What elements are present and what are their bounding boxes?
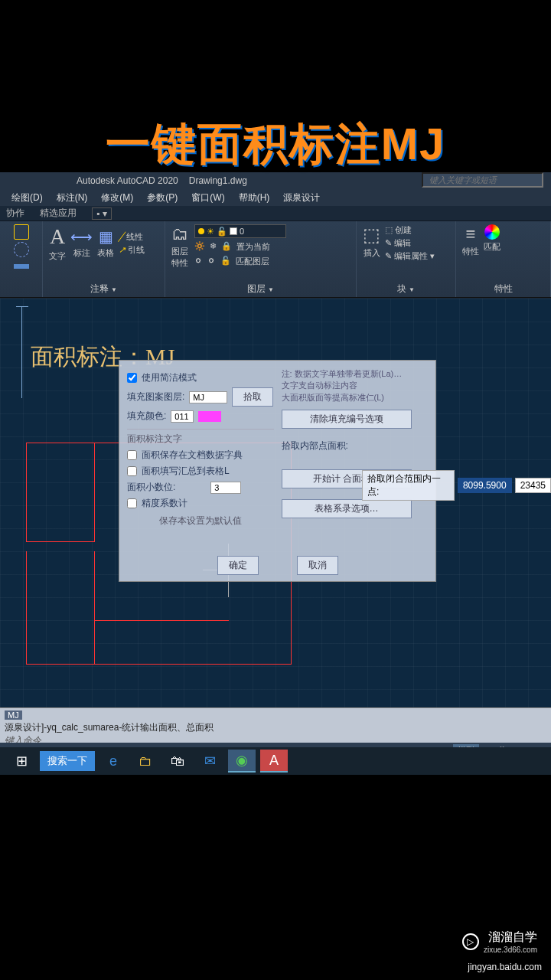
menu-help[interactable]: 帮助(H) (239, 191, 270, 204)
autocad-taskbar-icon[interactable]: A (260, 750, 288, 773)
menu-yuanquan[interactable]: 源泉设计 (283, 191, 320, 204)
layer-iso-icon[interactable]: 🔆 (194, 241, 205, 253)
polyline-rect-1[interactable] (26, 443, 95, 542)
input-decimals[interactable] (210, 482, 241, 494)
doc-name: Drawing1.dwg (189, 175, 247, 186)
layer-unlock-icon[interactable]: 🔓 (220, 256, 231, 267)
polyline-seg[interactable] (95, 620, 229, 621)
chk-simple-mode[interactable] (127, 373, 137, 383)
menu-modify[interactable]: 修改(M) (101, 191, 133, 204)
ribbon-layer-label: 图层▼ (171, 281, 350, 297)
layer-off-icon[interactable]: ⭘ (194, 256, 203, 267)
ribbon-block-label: 块▼ (363, 281, 449, 297)
menu-window[interactable]: 窗口(W) (191, 191, 224, 204)
layer-setcurrent-button[interactable]: 置为当前 (236, 241, 270, 253)
dynamic-input-prompt: 拾取闭合范围内一点: 8099.5900 23435 (362, 470, 551, 501)
prompt-label: 拾取闭合范围内一点: (362, 470, 455, 501)
input-hatch-layer[interactable] (189, 391, 227, 403)
layer-freeze-icon[interactable]: ❄ (210, 241, 217, 253)
clear-hatch-button[interactable]: 清除填充编号选项 (282, 410, 412, 429)
layer-thaw-icon[interactable]: ⭘ (207, 256, 216, 267)
play-icon: ▷ (462, 933, 479, 950)
app-name: Autodesk AutoCAD 2020 (77, 175, 178, 186)
menubar: 绘图(D) 标注(N) 修改(M) 参数(P) 窗口(W) 帮助(H) 源泉设计 (0, 189, 551, 206)
lbl-pick-area: 拾取内部点面积: (282, 439, 348, 452)
insert-button[interactable]: ⬚插入 (363, 224, 380, 262)
ribbon-prop-label: 特性 (462, 281, 544, 297)
lbl-hatch-color: 填充颜色: (127, 410, 166, 423)
chk-to-table[interactable] (127, 466, 137, 476)
leader-button[interactable]: ↗引线 (119, 244, 145, 256)
linear-button[interactable]: ╱线性 (119, 231, 145, 243)
circle-icon[interactable] (14, 242, 29, 257)
create-block-button[interactable]: ⬚ 创建 (385, 224, 435, 236)
layer-match-button[interactable]: 匹配图层 (236, 256, 269, 267)
props-button[interactable]: ≡特性 (462, 224, 479, 257)
prompt-coord-y[interactable]: 23435 (515, 478, 551, 493)
lbl-precision: 精度系数计 (142, 497, 187, 510)
lbl-simple-mode: 使用简洁模式 (142, 371, 197, 384)
chk-precision[interactable] (127, 498, 137, 508)
cmd-history-line: 源泉设计]-yq_calc_sumarea-统计输出面积、总面积 (5, 722, 214, 733)
layer-combo[interactable]: ☀ 🔓 0 (194, 224, 286, 238)
lbl-hatch-layer: 填充图案图层: (127, 390, 184, 403)
rect-icon[interactable] (14, 264, 29, 269)
ribbon-tabbar: 协作 精选应用 ▪ ▾ (0, 206, 551, 221)
text-button[interactable]: A文字 (49, 224, 66, 262)
menu-dim[interactable]: 标注(N) (57, 191, 88, 204)
tab-collab[interactable]: 协作 (6, 207, 24, 220)
ok-button[interactable]: 确定 (217, 556, 259, 575)
lbl-save-dict: 面积保存在文档数据字典 (142, 449, 243, 462)
color-swatch[interactable] (198, 411, 221, 422)
titlebar: Autodesk AutoCAD 2020 Drawing1.dwg (0, 172, 551, 189)
lbl-decimals: 面积小数位: (127, 481, 175, 494)
cmd-alias-badge: MJ (5, 710, 22, 720)
edit-attr-button[interactable]: ✎ 编辑属性 ▾ (385, 250, 435, 262)
pick-button[interactable]: 拾取 (232, 387, 273, 407)
360-icon[interactable]: ◉ (228, 750, 256, 773)
menu-draw[interactable]: 绘图(D) (11, 191, 43, 204)
chk-save-dict[interactable] (127, 450, 137, 460)
input-hatch-color[interactable] (171, 410, 194, 423)
layer-lock-icon[interactable]: 🔒 (221, 241, 232, 253)
taskbar-search[interactable]: 搜索一下 (40, 751, 95, 771)
edge-icon[interactable]: e (99, 750, 127, 773)
polyline-rect-3[interactable] (26, 551, 95, 665)
mail-icon[interactable]: ✉ (196, 750, 223, 773)
explorer-icon[interactable]: 🗀 (132, 750, 159, 773)
lbl-save-default[interactable]: 保存本设置为默认值 (127, 514, 274, 528)
ribbon: A文字 ⟷标注 ▦表格 ╱线性 ↗引线 注释▼ 🗂图层 特性 ☀ 🔓 (0, 221, 551, 298)
cancel-button[interactable]: 取消 (297, 556, 338, 575)
lbl-to-table: 面积填写汇总到表格L (142, 465, 230, 478)
windows-taskbar: ⊞ 搜索一下 e 🗀 🛍 ✉ ◉ A (0, 747, 551, 775)
ucs-icon (21, 306, 31, 398)
help-search-input[interactable] (422, 172, 543, 188)
table-options-button[interactable]: 表格系录选项… (282, 499, 412, 518)
watermark-logo: ▷ 溜溜自学 zixue.3d66.com (456, 926, 543, 957)
store-icon[interactable]: 🛍 (164, 750, 191, 773)
match-props-button[interactable]: 匹配 (484, 224, 500, 257)
layer-props-button[interactable]: 🗂图层 特性 (171, 224, 188, 269)
credit-text: jingyan.baidu.com (468, 962, 542, 972)
line-icon[interactable] (14, 224, 29, 240)
ribbon-annot-label: 注释▼ (49, 281, 158, 297)
hero-overlay-title: 一键面积标注MJ (0, 115, 551, 175)
command-line[interactable]: MJ 源泉设计]-yq_calc_sumarea-统计输出面积、总面积 键入命令 (0, 707, 551, 743)
note-2: 文字支自动标注内容 (282, 380, 429, 391)
prompt-coord-x[interactable]: 8099.5900 (458, 478, 512, 493)
group-area-text: 面积标注文字 (127, 429, 274, 446)
menu-param[interactable]: 参数(P) (147, 191, 178, 204)
note-1: 注: 数据文字单独带着更新(La)… (282, 368, 429, 380)
tab-toggle[interactable]: ▪ ▾ (92, 207, 112, 220)
tab-apps[interactable]: 精选应用 (40, 207, 77, 220)
note-3: 大面积版面等提高标准仁(L) (282, 392, 429, 403)
dim-button[interactable]: ⟷标注 (70, 227, 93, 259)
edit-block-button[interactable]: ✎ 编辑 (385, 237, 435, 249)
start-button[interactable]: ⊞ (8, 750, 35, 773)
table-button[interactable]: ▦表格 (97, 227, 114, 259)
